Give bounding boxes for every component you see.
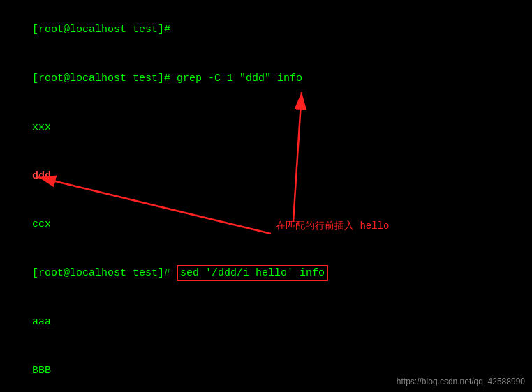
sed-command-box: sed '/ddd/i hello' info (177, 265, 328, 281)
terminal-line: [root@localhost test]# sed '/ddd/i hello… (7, 249, 525, 298)
terminal-line: aaa (7, 298, 525, 347)
terminal-line: xxx (7, 103, 525, 152)
output-text: aaa (32, 316, 51, 328)
terminal-line: ccx (7, 200, 525, 249)
output-text: ccx (32, 218, 51, 230)
terminal-line: ddd (7, 151, 525, 200)
output-text-red: ddd (32, 170, 51, 182)
prompt: [root@localhost test]# (32, 24, 170, 36)
terminal-line: [root@localhost test]# grep -C 1 "ddd" i… (7, 54, 525, 103)
terminal-line: [root@localhost test]# (7, 6, 525, 54)
prompt: [root@localhost test]# (32, 267, 177, 279)
watermark: https://blog.csdn.net/qq_42588990 (397, 377, 525, 386)
output-text: xxx (32, 121, 51, 133)
prompt: [root@localhost test]# grep -C 1 "ddd" i… (32, 73, 302, 84)
terminal: [root@localhost test]# [root@localhost t… (0, 0, 532, 392)
output-text: BBB (32, 365, 51, 377)
